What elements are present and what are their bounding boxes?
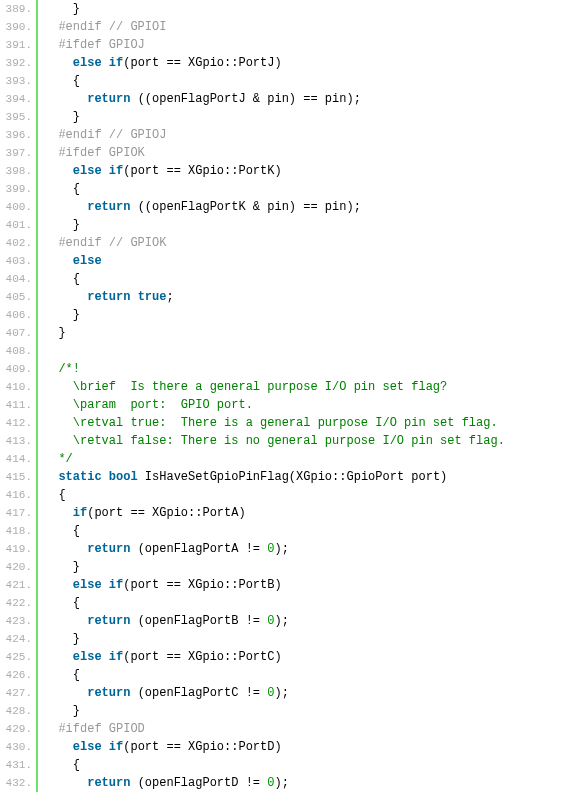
token-kw: else bbox=[73, 650, 102, 664]
code-line: 408. bbox=[0, 342, 582, 360]
line-number: 431. bbox=[0, 756, 38, 774]
code-line: 432. return (openFlagPortD != 0); bbox=[0, 774, 582, 792]
token-plain: (port == XGpio::PortK) bbox=[123, 164, 281, 178]
token-kw: if bbox=[109, 578, 123, 592]
code-text bbox=[38, 342, 66, 360]
token-plain bbox=[44, 164, 73, 178]
token-plain bbox=[44, 290, 87, 304]
token-plain: } bbox=[44, 308, 80, 322]
line-number: 419. bbox=[0, 540, 38, 558]
code-line: 416. { bbox=[0, 486, 582, 504]
token-kw: if bbox=[109, 740, 123, 754]
line-number: 408. bbox=[0, 342, 38, 360]
code-line: 401. } bbox=[0, 216, 582, 234]
code-line: 399. { bbox=[0, 180, 582, 198]
code-listing: 389. }390. #endif // GPIOI391. #ifdef GP… bbox=[0, 0, 582, 792]
line-number: 410. bbox=[0, 378, 38, 396]
code-text: #ifdef GPIOJ bbox=[38, 36, 145, 54]
code-text: \retval false: There is no general purpo… bbox=[38, 432, 505, 450]
line-number: 404. bbox=[0, 270, 38, 288]
code-text: { bbox=[38, 594, 80, 612]
token-plain bbox=[44, 56, 73, 70]
token-preproc: #endif // GPIOI bbox=[44, 20, 166, 34]
code-line: 417. if(port == XGpio::PortA) bbox=[0, 504, 582, 522]
line-number: 412. bbox=[0, 414, 38, 432]
code-line: 414. */ bbox=[0, 450, 582, 468]
code-line: 393. { bbox=[0, 72, 582, 90]
code-line: 412. \retval true: There is a general pu… bbox=[0, 414, 582, 432]
code-line: 421. else if(port == XGpio::PortB) bbox=[0, 576, 582, 594]
token-plain bbox=[102, 164, 109, 178]
code-text: } bbox=[38, 216, 80, 234]
code-text: } bbox=[38, 702, 80, 720]
token-kw: if bbox=[109, 650, 123, 664]
code-line: 413. \retval false: There is no general … bbox=[0, 432, 582, 450]
token-comment: \retval true: There is a general purpose… bbox=[44, 416, 498, 430]
code-text: return ((openFlagPortK & pin) == pin); bbox=[38, 198, 361, 216]
token-plain: { bbox=[44, 272, 80, 286]
line-number: 403. bbox=[0, 252, 38, 270]
token-plain bbox=[44, 614, 87, 628]
code-text: /*! bbox=[38, 360, 80, 378]
line-number: 413. bbox=[0, 432, 38, 450]
line-number: 409. bbox=[0, 360, 38, 378]
code-line: 411. \param port: GPIO port. bbox=[0, 396, 582, 414]
code-line: 407. } bbox=[0, 324, 582, 342]
code-line: 403. else bbox=[0, 252, 582, 270]
token-plain: } bbox=[44, 326, 66, 340]
code-text: } bbox=[38, 306, 80, 324]
code-line: 394. return ((openFlagPortJ & pin) == pi… bbox=[0, 90, 582, 108]
token-plain: ((openFlagPortJ & pin) == pin); bbox=[130, 92, 360, 106]
line-number: 400. bbox=[0, 198, 38, 216]
line-number: 397. bbox=[0, 144, 38, 162]
line-number: 391. bbox=[0, 36, 38, 54]
line-number: 426. bbox=[0, 666, 38, 684]
code-text: { bbox=[38, 522, 80, 540]
token-plain bbox=[102, 740, 109, 754]
token-plain bbox=[44, 776, 87, 790]
code-text: { bbox=[38, 72, 80, 90]
line-number: 411. bbox=[0, 396, 38, 414]
token-kw: true bbox=[138, 290, 167, 304]
line-number: 421. bbox=[0, 576, 38, 594]
token-plain bbox=[102, 56, 109, 70]
code-line: 398. else if(port == XGpio::PortK) bbox=[0, 162, 582, 180]
token-kw: return bbox=[87, 92, 130, 106]
token-kw: return bbox=[87, 290, 130, 304]
token-kw: if bbox=[73, 506, 87, 520]
line-number: 418. bbox=[0, 522, 38, 540]
code-text: } bbox=[38, 0, 80, 18]
token-preproc: #ifdef GPIOJ bbox=[44, 38, 145, 52]
token-preproc: #ifdef GPIOD bbox=[44, 722, 145, 736]
token-plain bbox=[44, 650, 73, 664]
token-plain bbox=[44, 686, 87, 700]
line-number: 401. bbox=[0, 216, 38, 234]
token-plain: { bbox=[44, 74, 80, 88]
code-text: { bbox=[38, 666, 80, 684]
code-text: } bbox=[38, 630, 80, 648]
line-number: 405. bbox=[0, 288, 38, 306]
line-number: 394. bbox=[0, 90, 38, 108]
token-kw: return bbox=[87, 614, 130, 628]
token-plain: } bbox=[44, 560, 80, 574]
code-text: else if(port == XGpio::PortC) bbox=[38, 648, 282, 666]
token-comment: /*! bbox=[44, 362, 80, 376]
token-plain bbox=[44, 92, 87, 106]
token-comment: */ bbox=[44, 452, 73, 466]
token-kw: return bbox=[87, 200, 130, 214]
token-kw: if bbox=[109, 56, 123, 70]
code-text: \retval true: There is a general purpose… bbox=[38, 414, 498, 432]
code-line: 419. return (openFlagPortA != 0); bbox=[0, 540, 582, 558]
code-line: 392. else if(port == XGpio::PortJ) bbox=[0, 54, 582, 72]
token-plain: } bbox=[44, 2, 80, 16]
token-plain: } bbox=[44, 218, 80, 232]
line-number: 395. bbox=[0, 108, 38, 126]
code-text: { bbox=[38, 486, 66, 504]
code-line: 389. } bbox=[0, 0, 582, 18]
code-text: return ((openFlagPortJ & pin) == pin); bbox=[38, 90, 361, 108]
token-preproc: #endif // GPIOK bbox=[44, 236, 166, 250]
token-plain: (port == XGpio::PortD) bbox=[123, 740, 281, 754]
code-line: 423. return (openFlagPortB != 0); bbox=[0, 612, 582, 630]
token-plain bbox=[102, 470, 109, 484]
code-text: { bbox=[38, 756, 80, 774]
